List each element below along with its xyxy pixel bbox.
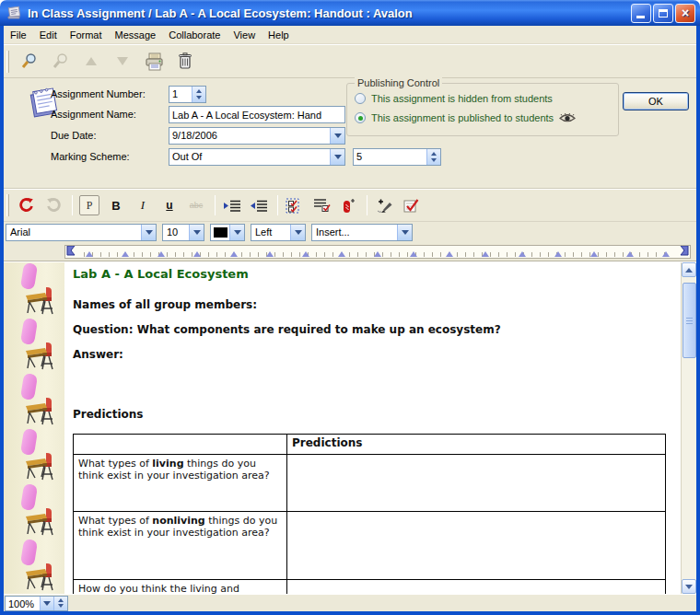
due-date-arrow-button[interactable]: [330, 128, 344, 144]
checklist-lines-button[interactable]: [311, 194, 332, 216]
scroll-up-button[interactable]: [682, 262, 696, 277]
spin-down-icon: [58, 604, 64, 608]
zoom-control[interactable]: 100%: [5, 596, 68, 611]
right-margin-marker[interactable]: [680, 246, 689, 259]
undo-icon: [18, 198, 35, 214]
ruler-tab-marker: [230, 251, 238, 257]
left-margin-marker[interactable]: [66, 246, 76, 259]
maximize-button[interactable]: [653, 4, 673, 23]
desk-icon: [22, 341, 57, 372]
toolbar-grip[interactable]: [6, 194, 9, 216]
indent-button[interactable]: [222, 194, 242, 216]
marking-scheme-dropdown[interactable]: Out Of: [169, 148, 345, 166]
checklist-select-button[interactable]: [285, 194, 305, 216]
add-pen-button[interactable]: [374, 194, 394, 216]
redo-button: [43, 194, 64, 216]
bold-button[interactable]: B: [106, 194, 126, 216]
menu-file[interactable]: File: [4, 28, 33, 42]
search-button[interactable]: [17, 50, 41, 74]
font-size-dropdown[interactable]: 10: [162, 224, 204, 241]
assignment-name-field[interactable]: [169, 106, 345, 123]
out-of-stepper[interactable]: 5: [353, 148, 441, 166]
menu-collaborate[interactable]: Collaborate: [162, 28, 227, 42]
print-button[interactable]: [142, 50, 166, 74]
font-family-arrow-button[interactable]: [141, 225, 156, 240]
table-question-cell: What types of nonliving things do you th…: [74, 512, 287, 580]
chevron-down-icon: [334, 155, 342, 159]
menu-format[interactable]: Format: [64, 28, 109, 42]
vertical-scrollbar[interactable]: [681, 262, 696, 594]
radio-selected-icon[interactable]: [355, 112, 366, 123]
insert-dropdown[interactable]: Insert...: [311, 224, 413, 241]
scrollbar-thumb[interactable]: [682, 283, 696, 358]
ruler-tab-marker: [374, 251, 381, 257]
desk-icon: [22, 396, 57, 427]
table-answer-cell[interactable]: [287, 512, 666, 580]
font-color-dropdown[interactable]: [210, 224, 245, 241]
due-date-dropdown[interactable]: 9/18/2006: [169, 127, 345, 145]
undo-button[interactable]: [17, 194, 37, 216]
spellcheck-button[interactable]: [401, 194, 421, 216]
zoom-spin-buttons[interactable]: [53, 597, 67, 610]
menu-edit[interactable]: Edit: [33, 28, 64, 42]
insert-arrow-button[interactable]: [397, 225, 412, 240]
table-row: What types of nonliving things do you th…: [74, 512, 666, 580]
predictions-title: Predictions: [73, 408, 673, 421]
out-of-spin-buttons[interactable]: [426, 149, 440, 165]
chevron-down-icon: [146, 230, 153, 235]
assignment-name-input[interactable]: [169, 107, 344, 122]
scroll-down-button[interactable]: [682, 579, 696, 594]
font-size-arrow-button[interactable]: [189, 225, 204, 240]
toolbar-grip[interactable]: [6, 51, 9, 73]
previous-button: [79, 50, 103, 74]
window-title: In Class Assignment / Lab A - A Local Ec…: [28, 6, 629, 20]
table-row: How do you think the living and nonlivin…: [74, 580, 666, 595]
desk-icon: [22, 506, 57, 538]
table-answer-cell[interactable]: [287, 580, 666, 595]
table-question-cell: What types of living things do you think…: [74, 455, 287, 512]
menu-help[interactable]: Help: [262, 28, 296, 42]
close-button[interactable]: ×: [675, 4, 695, 23]
ruler-tab-marker: [554, 251, 562, 257]
ruler-tab-marker: [266, 251, 274, 257]
zoom-dropdown-button[interactable]: [40, 597, 53, 610]
desk-icon: [22, 451, 57, 482]
menu-message[interactable]: Message: [109, 28, 163, 42]
desk-icon: [22, 562, 57, 593]
outdent-button[interactable]: [249, 194, 269, 216]
document-icon: [6, 6, 23, 20]
alignment-arrow-button[interactable]: [290, 225, 305, 240]
stationery-border: [4, 262, 64, 594]
number-spin-buttons[interactable]: [192, 87, 205, 102]
chevron-down-icon: [43, 601, 51, 606]
marker-button[interactable]: [338, 194, 358, 216]
ok-button[interactable]: OK: [623, 92, 689, 110]
minimize-button[interactable]: [631, 4, 651, 23]
publishing-control-legend: Publishing Control: [355, 77, 442, 88]
chevron-down-icon: [193, 230, 201, 235]
radio-published-option[interactable]: This assignment is published to students: [355, 112, 576, 123]
publishing-control-group: Publishing Control This assignment is hi…: [346, 83, 619, 136]
ruler-tab-marker: [86, 251, 93, 257]
delete-button[interactable]: [173, 50, 197, 74]
font-family-dropdown[interactable]: Arial: [6, 224, 157, 241]
paragraph-button[interactable]: P: [79, 195, 99, 215]
marking-scheme-arrow-button[interactable]: [330, 149, 344, 165]
title-bar: In Class Assignment / Lab A - A Local Ec…: [0, 0, 700, 26]
underline-button[interactable]: u: [159, 194, 180, 216]
menu-view[interactable]: View: [227, 28, 262, 42]
italic-button[interactable]: I: [133, 194, 153, 216]
radio-hidden-label: This assignment is hidden from students: [371, 93, 553, 104]
format-toolbar: P B I u abc: [4, 189, 696, 222]
assignment-number-stepper[interactable]: 1: [169, 86, 206, 103]
ruler-tab-marker: [626, 251, 634, 257]
alignment-dropdown[interactable]: Left: [251, 224, 306, 241]
due-date-label: Due Date:: [51, 130, 97, 141]
radio-unselected-icon[interactable]: [355, 93, 366, 104]
search-disabled-button: [48, 50, 72, 74]
document-body[interactable]: Lab A - A Local Ecosystem Names of all g…: [64, 262, 681, 594]
font-color-arrow-button[interactable]: [229, 225, 244, 240]
radio-hidden-option[interactable]: This assignment is hidden from students: [355, 93, 553, 104]
table-answer-cell[interactable]: [287, 455, 666, 512]
down-arrow-disabled-icon: [117, 57, 128, 65]
